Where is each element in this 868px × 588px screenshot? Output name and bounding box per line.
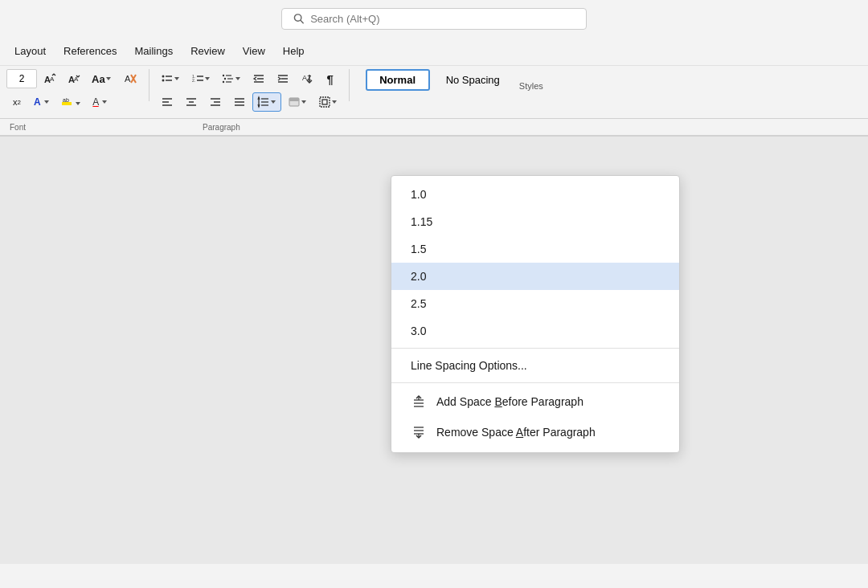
svg-point-25 bbox=[222, 75, 223, 76]
bullets-icon bbox=[161, 72, 174, 85]
multilevel-button[interactable] bbox=[217, 69, 246, 88]
line-spacing-dropdown-icon bbox=[270, 99, 276, 105]
search-icon bbox=[293, 13, 304, 24]
font-group: A A A A Aa A bbox=[6, 69, 142, 113]
menu-review[interactable]: Review bbox=[182, 42, 233, 60]
multilevel-icon bbox=[222, 72, 235, 85]
align-right-button[interactable] bbox=[204, 92, 227, 112]
add-space-before-item[interactable]: Add Space Before Paragraph bbox=[391, 386, 679, 417]
svg-text:A: A bbox=[50, 76, 55, 83]
shading-dropdown-icon bbox=[301, 99, 307, 105]
align-left-button[interactable] bbox=[156, 92, 178, 112]
highlight-dropdown-icon bbox=[75, 100, 81, 107]
line-spacing-icon bbox=[257, 96, 270, 108]
svg-text:2.: 2. bbox=[192, 78, 195, 83]
increase-indent-icon bbox=[276, 72, 289, 85]
svg-text:A: A bbox=[125, 74, 131, 84]
bullets-button[interactable] bbox=[156, 69, 185, 88]
styles-section-label: Styles bbox=[519, 81, 543, 91]
align-center-button[interactable] bbox=[180, 92, 203, 112]
svg-marker-10 bbox=[44, 100, 49, 104]
spacing-1-15-item[interactable]: 1.15 bbox=[391, 208, 679, 235]
spacing-2-0-label: 2.0 bbox=[411, 270, 426, 283]
menu-help[interactable]: Help bbox=[275, 42, 313, 60]
svg-marker-19 bbox=[174, 77, 179, 80]
add-space-before-icon bbox=[411, 394, 427, 410]
line-spacing-options-label: Line Spacing Options... bbox=[411, 359, 527, 372]
spacing-1-5-item[interactable]: 1.5 bbox=[391, 235, 679, 263]
font-size-input[interactable] bbox=[6, 69, 37, 88]
clear-formatting-button[interactable]: A bbox=[118, 69, 142, 88]
bullets-dropdown-icon bbox=[174, 76, 180, 82]
menu-mailings[interactable]: Mailings bbox=[127, 42, 182, 60]
decrease-indent-button[interactable] bbox=[248, 69, 270, 88]
remove-space-after-label: Remove Space After Paragraph bbox=[436, 426, 596, 439]
paragraph-marks-button[interactable]: ¶ bbox=[320, 69, 341, 88]
font-shrink-icon: A A bbox=[68, 72, 80, 85]
svg-line-1 bbox=[301, 20, 303, 22]
ribbon: A A A A Aa A bbox=[0, 66, 868, 119]
svg-marker-6 bbox=[106, 77, 111, 80]
borders-button[interactable] bbox=[313, 92, 342, 112]
spacing-1-0-item[interactable]: 1.0 bbox=[391, 181, 679, 208]
svg-point-15 bbox=[162, 76, 164, 78]
add-space-before-label: Add Space Before Paragraph bbox=[436, 395, 583, 408]
line-spacing-options-item[interactable]: Line Spacing Options... bbox=[391, 352, 679, 379]
svg-point-17 bbox=[162, 80, 164, 82]
shading-icon bbox=[288, 96, 301, 108]
svg-marker-31 bbox=[235, 77, 240, 80]
numbering-icon: 1. 2. bbox=[191, 72, 204, 85]
shading-button[interactable] bbox=[283, 92, 312, 112]
font-grow-icon: A A bbox=[43, 72, 56, 85]
separator-2 bbox=[349, 69, 350, 101]
underline-dropdown-icon bbox=[101, 99, 108, 105]
svg-rect-60 bbox=[322, 100, 327, 104]
highlight-button[interactable]: ab bbox=[56, 92, 86, 112]
search-box[interactable] bbox=[281, 8, 587, 30]
menu-view[interactable]: View bbox=[235, 42, 273, 60]
numbering-button[interactable]: 1. 2. bbox=[186, 69, 215, 88]
font-grow-button[interactable]: A A bbox=[39, 69, 61, 88]
justify-icon bbox=[233, 96, 246, 108]
dropdown-arrow-icon bbox=[105, 76, 112, 82]
remove-space-after-item[interactable]: Remove Space After Paragraph bbox=[391, 417, 679, 447]
style-no-spacing[interactable]: No Spacing bbox=[433, 69, 513, 91]
underline-color-button[interactable]: A bbox=[88, 92, 113, 112]
style-normal[interactable]: Normal bbox=[366, 69, 430, 91]
highlight-icon: ab bbox=[61, 96, 72, 107]
remove-space-after-icon bbox=[411, 424, 427, 440]
borders-icon bbox=[318, 96, 331, 108]
spacing-2-5-item[interactable]: 2.5 bbox=[391, 290, 679, 317]
search-input[interactable] bbox=[310, 13, 575, 25]
dropdown-divider-1 bbox=[391, 348, 679, 349]
section-labels-bar: Font Paragraph bbox=[0, 119, 868, 137]
svg-marker-61 bbox=[332, 100, 337, 104]
font-shrink-button[interactable]: A A bbox=[63, 69, 85, 88]
line-spacing-button[interactable] bbox=[252, 92, 281, 112]
font-color-button[interactable]: A bbox=[29, 92, 55, 112]
spacing-1-5-label: 1.5 bbox=[411, 243, 426, 255]
spacing-3-0-item[interactable]: 3.0 bbox=[391, 317, 679, 345]
separator-1 bbox=[149, 69, 149, 101]
borders-dropdown-icon bbox=[331, 99, 338, 105]
svg-marker-24 bbox=[205, 77, 210, 80]
font-section-label: Font bbox=[6, 123, 42, 132]
spacing-2-5-label: 2.5 bbox=[411, 297, 426, 310]
menu-references[interactable]: References bbox=[55, 42, 125, 60]
spacing-2-0-item[interactable]: 2.0 bbox=[391, 263, 679, 290]
justify-button[interactable] bbox=[228, 92, 251, 112]
subscript-button[interactable]: x2 bbox=[6, 92, 27, 112]
align-left-icon bbox=[161, 96, 174, 108]
change-case-button[interactable]: Aa bbox=[87, 69, 117, 88]
sort-button[interactable]: AZ bbox=[296, 69, 318, 88]
menu-layout[interactable]: Layout bbox=[6, 42, 54, 60]
svg-marker-58 bbox=[301, 100, 306, 104]
spacing-1-0-label: 1.0 bbox=[411, 188, 426, 201]
svg-rect-57 bbox=[289, 98, 299, 101]
align-center-icon bbox=[185, 96, 198, 108]
increase-indent-button[interactable] bbox=[272, 69, 294, 88]
styles-group: Normal No Spacing Styles bbox=[366, 69, 543, 92]
svg-point-27 bbox=[223, 78, 225, 80]
menu-bar: Layout References Mailings Review View H… bbox=[0, 37, 868, 66]
svg-marker-55 bbox=[271, 100, 276, 104]
